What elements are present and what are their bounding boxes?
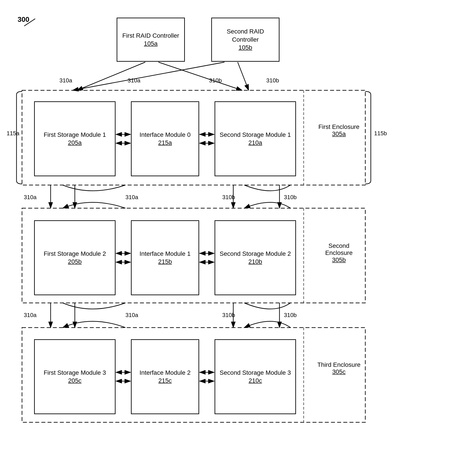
svg-rect-5 (22, 90, 365, 185)
svg-rect-7 (22, 327, 365, 422)
arrow-label-310a-left-2: 310a (24, 312, 36, 319)
arrow-label-310b-1: 310b (209, 77, 222, 84)
arrow-label-310b-right-2: 310b (284, 312, 297, 319)
diagram-svg (0, 0, 476, 471)
arrow-label-310a-right-2: 310a (125, 312, 138, 319)
arrow-label-310b-left-2: 310b (222, 312, 235, 319)
svg-line-23 (77, 62, 145, 90)
diagram: 300 First RAID Controller 105a Second RA… (0, 0, 476, 471)
arrow-label-310b-left-1: 310b (222, 194, 235, 201)
svg-line-4 (24, 19, 35, 26)
label-115a: 115a (7, 130, 19, 137)
arrow-label-310b-2: 310b (266, 77, 279, 84)
arrow-label-310b-right-1: 310b (284, 194, 297, 201)
arrow-label-310a-1: 310a (59, 77, 72, 84)
arrow-label-310a-right-1: 310a (125, 194, 138, 201)
label-115b: 115b (374, 130, 387, 137)
arrow-label-310a-2: 310a (128, 77, 140, 84)
svg-line-25 (73, 62, 224, 90)
arrow-label-310a-left-1: 310a (24, 194, 36, 201)
svg-line-26 (238, 62, 249, 90)
svg-rect-6 (22, 208, 365, 303)
